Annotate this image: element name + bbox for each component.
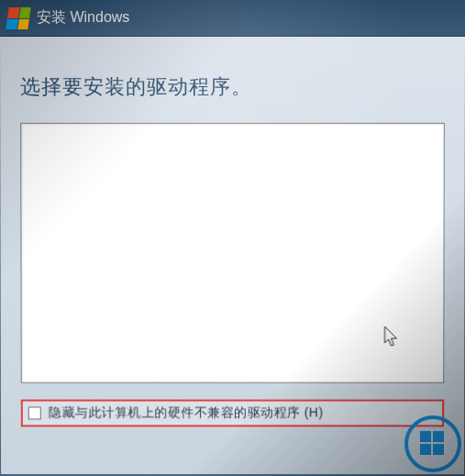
hide-incompatible-label: 隐藏与此计算机上的硬件不兼容的驱动程序 (H) bbox=[49, 405, 324, 422]
driver-list-box[interactable] bbox=[20, 123, 445, 383]
window-titlebar: 安装 Windows bbox=[0, 0, 465, 37]
svg-rect-1 bbox=[420, 431, 431, 442]
windows-logo-icon bbox=[6, 7, 30, 29]
svg-rect-3 bbox=[420, 444, 431, 455]
svg-rect-2 bbox=[433, 431, 444, 442]
window-title: 安装 Windows bbox=[37, 8, 129, 28]
mouse-cursor-icon bbox=[383, 325, 402, 352]
svg-rect-4 bbox=[433, 444, 444, 455]
hide-incompatible-checkbox-row[interactable]: 隐藏与此计算机上的硬件不兼容的驱动程序 (H) bbox=[21, 400, 444, 427]
checkbox-icon[interactable] bbox=[28, 407, 41, 420]
watermark-logo-icon bbox=[404, 415, 461, 472]
content-area: 选择要安装的驱动程序。 隐藏与此计算机上的硬件不兼容的驱动程序 (H) bbox=[0, 37, 465, 474]
page-heading: 选择要安装的驱动程序。 bbox=[20, 73, 445, 101]
